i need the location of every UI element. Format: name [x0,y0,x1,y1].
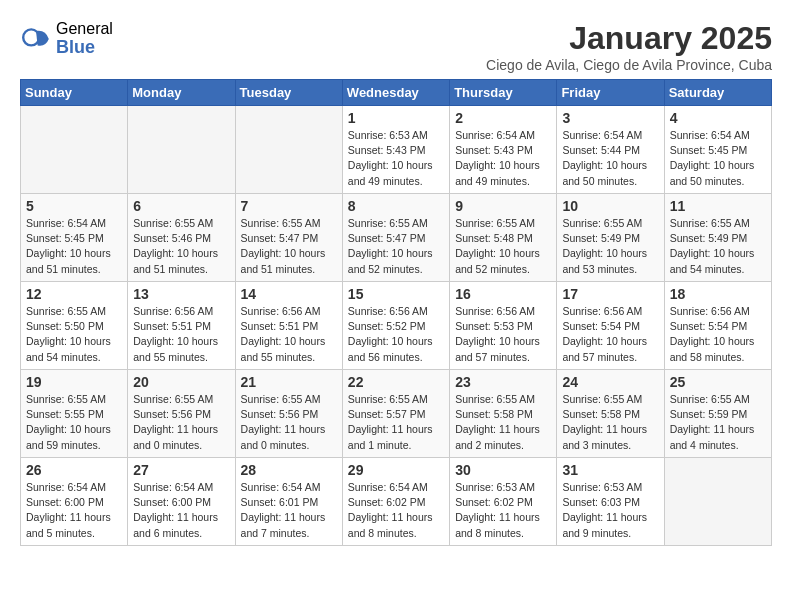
day-header-thursday: Thursday [450,80,557,106]
calendar-week-3: 12Sunrise: 6:55 AMSunset: 5:50 PMDayligh… [21,282,772,370]
calendar-cell: 18Sunrise: 6:56 AMSunset: 5:54 PMDayligh… [664,282,771,370]
calendar-subtitle: Ciego de Avila, Ciego de Avila Province,… [486,57,772,73]
calendar-week-1: 1Sunrise: 6:53 AMSunset: 5:43 PMDaylight… [21,106,772,194]
calendar-cell: 26Sunrise: 6:54 AMSunset: 6:00 PMDayligh… [21,458,128,546]
day-number: 4 [670,110,766,126]
calendar-cell [235,106,342,194]
page-header: General Blue January 2025 Ciego de Avila… [20,20,772,73]
calendar-cell: 11Sunrise: 6:55 AMSunset: 5:49 PMDayligh… [664,194,771,282]
calendar-cell [664,458,771,546]
calendar-cell: 8Sunrise: 6:55 AMSunset: 5:47 PMDaylight… [342,194,449,282]
day-number: 19 [26,374,122,390]
calendar-cell: 5Sunrise: 6:54 AMSunset: 5:45 PMDaylight… [21,194,128,282]
day-number: 12 [26,286,122,302]
day-info: Sunrise: 6:55 AMSunset: 5:58 PMDaylight:… [562,392,658,453]
day-number: 20 [133,374,229,390]
logo: General Blue [20,20,113,57]
calendar-table: SundayMondayTuesdayWednesdayThursdayFrid… [20,79,772,546]
logo-blue: Blue [56,38,113,58]
day-number: 7 [241,198,337,214]
day-info: Sunrise: 6:56 AMSunset: 5:51 PMDaylight:… [133,304,229,365]
calendar-cell: 3Sunrise: 6:54 AMSunset: 5:44 PMDaylight… [557,106,664,194]
day-info: Sunrise: 6:54 AMSunset: 6:00 PMDaylight:… [26,480,122,541]
day-number: 16 [455,286,551,302]
calendar-cell: 1Sunrise: 6:53 AMSunset: 5:43 PMDaylight… [342,106,449,194]
day-number: 17 [562,286,658,302]
calendar-cell: 10Sunrise: 6:55 AMSunset: 5:49 PMDayligh… [557,194,664,282]
calendar-cell: 23Sunrise: 6:55 AMSunset: 5:58 PMDayligh… [450,370,557,458]
day-number: 14 [241,286,337,302]
calendar-cell [128,106,235,194]
day-number: 3 [562,110,658,126]
logo-text: General Blue [56,20,113,57]
day-header-saturday: Saturday [664,80,771,106]
day-number: 10 [562,198,658,214]
calendar-cell: 14Sunrise: 6:56 AMSunset: 5:51 PMDayligh… [235,282,342,370]
day-info: Sunrise: 6:54 AMSunset: 5:43 PMDaylight:… [455,128,551,189]
calendar-cell: 27Sunrise: 6:54 AMSunset: 6:00 PMDayligh… [128,458,235,546]
day-number: 27 [133,462,229,478]
day-number: 29 [348,462,444,478]
day-number: 13 [133,286,229,302]
day-info: Sunrise: 6:55 AMSunset: 5:47 PMDaylight:… [241,216,337,277]
calendar-cell: 12Sunrise: 6:55 AMSunset: 5:50 PMDayligh… [21,282,128,370]
calendar-cell: 21Sunrise: 6:55 AMSunset: 5:56 PMDayligh… [235,370,342,458]
calendar-cell: 29Sunrise: 6:54 AMSunset: 6:02 PMDayligh… [342,458,449,546]
day-info: Sunrise: 6:54 AMSunset: 6:01 PMDaylight:… [241,480,337,541]
day-headers: SundayMondayTuesdayWednesdayThursdayFrid… [21,80,772,106]
day-number: 6 [133,198,229,214]
logo-general: General [56,20,113,38]
calendar-cell: 6Sunrise: 6:55 AMSunset: 5:46 PMDaylight… [128,194,235,282]
day-info: Sunrise: 6:56 AMSunset: 5:53 PMDaylight:… [455,304,551,365]
calendar-title: January 2025 [486,20,772,57]
day-info: Sunrise: 6:55 AMSunset: 5:49 PMDaylight:… [670,216,766,277]
calendar-cell: 30Sunrise: 6:53 AMSunset: 6:02 PMDayligh… [450,458,557,546]
day-header-sunday: Sunday [21,80,128,106]
day-info: Sunrise: 6:55 AMSunset: 5:56 PMDaylight:… [133,392,229,453]
calendar-cell: 19Sunrise: 6:55 AMSunset: 5:55 PMDayligh… [21,370,128,458]
day-number: 8 [348,198,444,214]
calendar-week-4: 19Sunrise: 6:55 AMSunset: 5:55 PMDayligh… [21,370,772,458]
day-info: Sunrise: 6:56 AMSunset: 5:51 PMDaylight:… [241,304,337,365]
day-number: 11 [670,198,766,214]
day-info: Sunrise: 6:53 AMSunset: 6:03 PMDaylight:… [562,480,658,541]
calendar-cell: 28Sunrise: 6:54 AMSunset: 6:01 PMDayligh… [235,458,342,546]
day-number: 21 [241,374,337,390]
day-header-monday: Monday [128,80,235,106]
day-info: Sunrise: 6:56 AMSunset: 5:54 PMDaylight:… [670,304,766,365]
day-info: Sunrise: 6:54 AMSunset: 6:00 PMDaylight:… [133,480,229,541]
calendar-cell: 9Sunrise: 6:55 AMSunset: 5:48 PMDaylight… [450,194,557,282]
day-header-friday: Friday [557,80,664,106]
logo-icon [20,23,52,55]
title-block: January 2025 Ciego de Avila, Ciego de Av… [486,20,772,73]
day-info: Sunrise: 6:55 AMSunset: 5:48 PMDaylight:… [455,216,551,277]
day-info: Sunrise: 6:54 AMSunset: 6:02 PMDaylight:… [348,480,444,541]
day-info: Sunrise: 6:55 AMSunset: 5:59 PMDaylight:… [670,392,766,453]
day-number: 9 [455,198,551,214]
day-info: Sunrise: 6:55 AMSunset: 5:47 PMDaylight:… [348,216,444,277]
day-info: Sunrise: 6:56 AMSunset: 5:52 PMDaylight:… [348,304,444,365]
day-number: 25 [670,374,766,390]
day-info: Sunrise: 6:54 AMSunset: 5:45 PMDaylight:… [670,128,766,189]
calendar-cell: 4Sunrise: 6:54 AMSunset: 5:45 PMDaylight… [664,106,771,194]
day-info: Sunrise: 6:55 AMSunset: 5:57 PMDaylight:… [348,392,444,453]
day-number: 26 [26,462,122,478]
calendar-cell: 25Sunrise: 6:55 AMSunset: 5:59 PMDayligh… [664,370,771,458]
calendar-week-5: 26Sunrise: 6:54 AMSunset: 6:00 PMDayligh… [21,458,772,546]
day-info: Sunrise: 6:55 AMSunset: 5:58 PMDaylight:… [455,392,551,453]
day-info: Sunrise: 6:55 AMSunset: 5:55 PMDaylight:… [26,392,122,453]
day-number: 5 [26,198,122,214]
day-number: 23 [455,374,551,390]
day-info: Sunrise: 6:54 AMSunset: 5:44 PMDaylight:… [562,128,658,189]
day-number: 31 [562,462,658,478]
calendar-cell: 24Sunrise: 6:55 AMSunset: 5:58 PMDayligh… [557,370,664,458]
calendar-cell: 2Sunrise: 6:54 AMSunset: 5:43 PMDaylight… [450,106,557,194]
calendar-cell: 22Sunrise: 6:55 AMSunset: 5:57 PMDayligh… [342,370,449,458]
day-info: Sunrise: 6:55 AMSunset: 5:56 PMDaylight:… [241,392,337,453]
day-info: Sunrise: 6:53 AMSunset: 5:43 PMDaylight:… [348,128,444,189]
day-header-wednesday: Wednesday [342,80,449,106]
calendar-cell: 16Sunrise: 6:56 AMSunset: 5:53 PMDayligh… [450,282,557,370]
calendar-cell: 31Sunrise: 6:53 AMSunset: 6:03 PMDayligh… [557,458,664,546]
calendar-cell [21,106,128,194]
day-header-tuesday: Tuesday [235,80,342,106]
